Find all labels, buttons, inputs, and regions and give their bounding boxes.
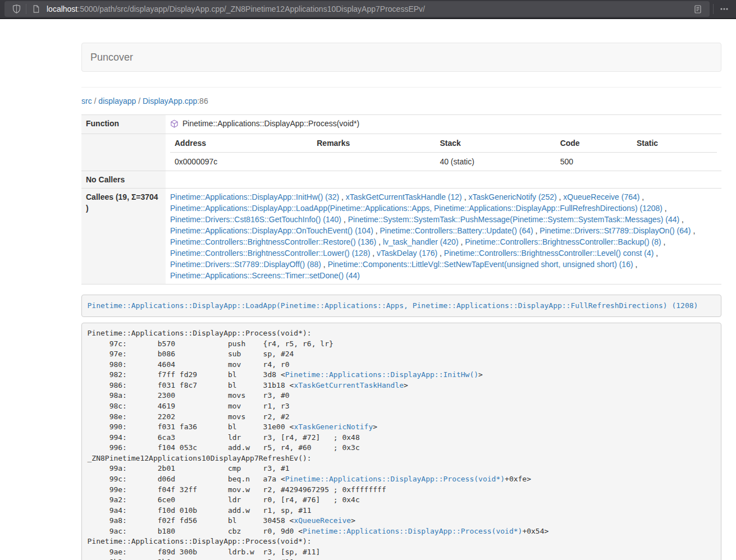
callee-separator: , [653, 249, 658, 258]
callee-link[interactable]: xQueueReceive (764) [563, 192, 639, 201]
callee-separator: , [376, 237, 383, 246]
value-static [632, 153, 717, 171]
value-stack: 40 (static) [435, 153, 555, 171]
callee-separator: , [639, 192, 644, 201]
package-icon [170, 120, 179, 131]
navbar: Puncover [81, 43, 721, 72]
callee-separator: , [679, 215, 684, 224]
disassembly: Pinetime::Applications::DisplayApp::Proc… [81, 323, 721, 560]
callee-link[interactable]: Pinetime::Drivers::St7789::DisplayOff() … [170, 260, 321, 269]
reader-mode-icon[interactable] [691, 2, 705, 16]
callee-link[interactable]: Pinetime::Controllers::BrightnessControl… [465, 237, 661, 246]
url-bar[interactable]: localhost:5000/path/src/displayapp/Displ… [4, 1, 710, 17]
metrics-value-row: 0x0000097c 40 (static) 500 [170, 153, 717, 171]
metrics-table: Address Remarks Stack Code Static 0x0000… [170, 134, 717, 171]
callee-separator: , [533, 226, 540, 235]
url-host: localhost [47, 4, 77, 13]
highlighted-callee-link[interactable]: Pinetime::Applications::DisplayApp::Load… [88, 301, 698, 310]
function-label: Function [81, 115, 166, 134]
callee-link[interactable]: Pinetime::Applications::Screens::Timer::… [170, 271, 360, 280]
callee-separator: , [373, 226, 380, 235]
callee-separator: , [339, 192, 346, 201]
callee-separator: , [437, 249, 444, 258]
callee-link[interactable]: vTaskDelay (176) [377, 249, 437, 258]
callee-link[interactable]: Pinetime::Applications::DisplayApp::OnTo… [170, 226, 373, 235]
callee-link[interactable]: xTaskGenericNotify (252) [468, 192, 556, 201]
value-remarks [312, 153, 435, 171]
callee-separator: , [370, 249, 377, 258]
callee-separator: , [557, 192, 564, 201]
breadcrumb-link-file[interactable]: DisplayApp.cpp [143, 97, 197, 105]
callee-link[interactable]: Pinetime::Controllers::BrightnessControl… [170, 249, 370, 258]
highlighted-callee-box: Pinetime::Applications::DisplayApp::Load… [81, 295, 721, 317]
toolbar-separator [713, 4, 714, 14]
breadcrumb-link-src[interactable]: src [81, 97, 92, 105]
callee-link[interactable]: xTaskGetCurrentTaskHandle (12) [346, 192, 462, 201]
callee-separator: , [321, 260, 328, 269]
disassembly-symbol-link[interactable]: xTaskGenericNotify [294, 423, 373, 431]
breadcrumb-separator: / [138, 97, 140, 105]
col-address: Address [170, 134, 312, 153]
disassembly-symbol-link[interactable]: xTaskGetCurrentTaskHandle [294, 381, 404, 389]
tracking-protection-shield-icon[interactable] [9, 2, 24, 16]
no-callers-label: No Callers [81, 171, 166, 189]
callee-link[interactable]: Pinetime::Controllers::BrightnessControl… [444, 249, 653, 258]
url-text[interactable]: localhost:5000/path/src/displayapp/Displ… [47, 4, 691, 13]
callee-link[interactable]: Pinetime::Components::LittleVgl::SetNewT… [328, 260, 633, 269]
divider [81, 87, 721, 88]
callee-separator: , [691, 226, 696, 235]
page-actions-menu-icon[interactable] [717, 2, 732, 16]
disassembly-symbol-link[interactable]: Pinetime::Applications::DisplayApp::Proc… [303, 527, 522, 535]
col-code: Code [556, 134, 632, 153]
function-name: Pinetime::Applications::DisplayApp::Proc… [182, 119, 359, 128]
table-row-metrics: Address Remarks Stack Code Static 0x0000… [81, 134, 721, 171]
callee-separator: , [633, 260, 638, 269]
col-static: Static [632, 134, 717, 153]
callee-link[interactable]: Pinetime::Controllers::Battery::Update()… [380, 226, 533, 235]
callees-label: Callees (19, Σ=3704 ) [81, 189, 166, 284]
breadcrumb-line-number: :86 [197, 97, 208, 105]
callee-separator: , [661, 237, 666, 246]
callee-separator: , [462, 192, 469, 201]
disassembly-symbol-link[interactable]: Pinetime::Applications::DisplayApp::Proc… [285, 475, 505, 483]
table-row-function: Function Pinetime::Applications::Display… [81, 115, 721, 134]
breadcrumb-link-displayapp[interactable]: displayapp [98, 97, 136, 105]
callee-link[interactable]: Pinetime::Applications::DisplayApp::Init… [170, 192, 339, 201]
callee-link[interactable]: lv_task_handler (420) [383, 237, 459, 246]
callee-link[interactable]: Pinetime::System::SystemTask::PushMessag… [348, 215, 680, 224]
urlbar-separator [26, 4, 26, 14]
disassembly-symbol-link[interactable]: xQueueReceive [294, 516, 351, 525]
breadcrumb: src / displayapp / DisplayApp.cpp:86 [81, 95, 721, 107]
table-row-callers: No Callers [81, 171, 721, 189]
callees-list: Pinetime::Applications::DisplayApp::Init… [166, 189, 721, 284]
callee-separator: , [459, 237, 465, 246]
metrics-row-label [81, 134, 166, 171]
value-address: 0x0000097c [170, 153, 312, 171]
disassembly-symbol-link[interactable]: Pinetime::Applications::DisplayApp::Init… [285, 370, 478, 379]
brand-link[interactable]: Puncover [82, 43, 141, 71]
table-row-callees: Callees (19, Σ=3704 ) Pinetime::Applicat… [81, 189, 721, 284]
browser-toolbar: localhost:5000/path/src/displayapp/Displ… [0, 0, 736, 19]
page-info-icon[interactable] [29, 2, 43, 16]
value-code: 500 [556, 153, 632, 171]
url-path: :5000/path/src/displayapp/DisplayApp.cpp… [77, 4, 425, 13]
breadcrumb-separator: / [94, 97, 97, 105]
callee-separator: , [341, 215, 348, 224]
symbol-table: Function Pinetime::Applications::Display… [81, 114, 721, 284]
callee-link[interactable]: Pinetime::Applications::DisplayApp::Load… [170, 204, 662, 213]
callee-link[interactable]: Pinetime::Controllers::BrightnessControl… [170, 237, 376, 246]
callee-link[interactable]: Pinetime::Drivers::St7789::DisplayOn() (… [540, 226, 691, 235]
page-content: Puncover src / displayapp / DisplayApp.c… [0, 19, 736, 560]
col-remarks: Remarks [312, 134, 435, 153]
col-stack: Stack [435, 134, 555, 153]
metrics-header-row: Address Remarks Stack Code Static [170, 134, 717, 153]
callee-link[interactable]: Pinetime::Drivers::Cst816S::GetTouchInfo… [170, 215, 341, 224]
callee-separator: , [662, 204, 667, 213]
